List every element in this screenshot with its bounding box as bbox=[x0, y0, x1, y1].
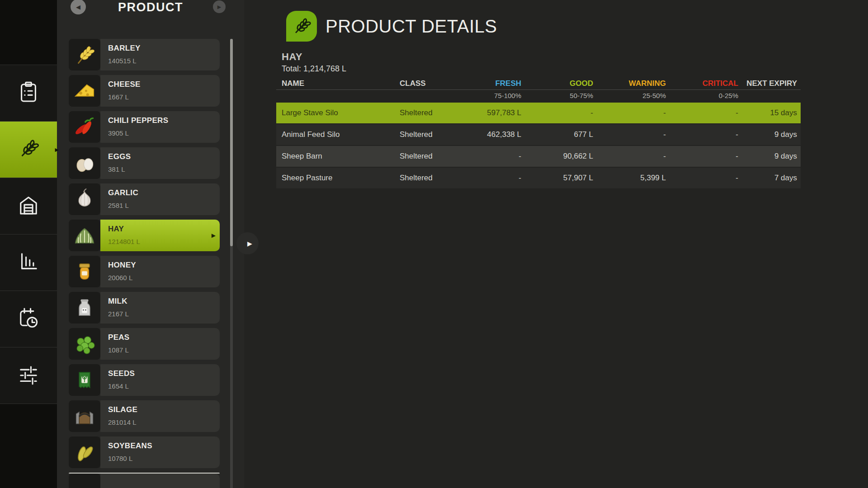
silage-icon bbox=[69, 400, 100, 432]
product-list-item-soybeans[interactable]: SOYBEANS10780 L bbox=[69, 436, 220, 468]
storage-row-animal-feed-silo[interactable]: Animal Feed SiloSheltered462,338 L677 L-… bbox=[276, 124, 801, 145]
product-amount: 10780 L bbox=[108, 455, 220, 462]
product-amount: 381 L bbox=[108, 165, 220, 173]
product-list-item-chili-peppers[interactable]: CHILI PEPPERS3905 L bbox=[69, 111, 220, 143]
cell-name: Sheep Pasture bbox=[282, 174, 400, 183]
wheat-icon bbox=[15, 136, 42, 164]
cell-name: Sheep Barn bbox=[282, 152, 400, 161]
honey-icon bbox=[69, 256, 100, 287]
column-header-class: CLASS bbox=[400, 79, 458, 88]
product-item-body: BARLEY140515 L bbox=[100, 39, 220, 70]
cell-fresh: - bbox=[458, 152, 521, 161]
product-list-scrollbar[interactable] bbox=[230, 39, 233, 488]
product-list-item-hay[interactable]: HAY1214801 L▶ bbox=[69, 220, 220, 251]
product-list-item-peas[interactable]: PEAS1087 L bbox=[69, 328, 220, 360]
product-list-item-silage[interactable]: SILAGE281014 L bbox=[69, 400, 220, 432]
right-arrow-icon: ▶ bbox=[247, 240, 252, 247]
peas-icon bbox=[69, 328, 100, 360]
product-amount: 2167 L bbox=[108, 310, 220, 318]
wheat-icon bbox=[286, 11, 317, 42]
column-subheader-fresh: 75-100% bbox=[458, 92, 521, 99]
cell-fresh: - bbox=[458, 174, 521, 183]
product-amount: 3905 L bbox=[108, 129, 220, 137]
sliders-icon bbox=[15, 361, 42, 389]
cell-name: Large Stave Silo bbox=[282, 108, 400, 117]
product-item-body: EGGS381 L bbox=[100, 147, 220, 179]
product-name: CHEESE bbox=[108, 80, 220, 89]
product-name: CHILI PEPPERS bbox=[108, 116, 220, 125]
storage-row-large-stave-silo[interactable]: Large Stave SiloSheltered597,783 L---15 … bbox=[276, 103, 801, 123]
storage-table: NAMECLASSFRESHGOODWARNINGCRITICALNEXT EX… bbox=[276, 78, 801, 189]
cheese-icon bbox=[69, 75, 100, 107]
product-name: PEAS bbox=[108, 333, 220, 342]
product-amount: 1087 L bbox=[108, 346, 220, 354]
cell-warning: - bbox=[593, 130, 666, 139]
product-list: BARLEY140515 LCHEESE1667 LCHILI PEPPERS3… bbox=[69, 39, 220, 488]
product-list-item-honey[interactable]: HONEY20060 L bbox=[69, 256, 220, 287]
product-list-item-cheese[interactable]: CHEESE1667 L bbox=[69, 75, 220, 107]
product-item-body: HONEY20060 L bbox=[100, 256, 220, 287]
nav-tab-clipboard-list[interactable] bbox=[0, 65, 57, 122]
product-list-item-milk[interactable]: MILK2167 L bbox=[69, 292, 220, 324]
product-list-item[interactable] bbox=[69, 473, 220, 488]
product-name: SOYBEANS bbox=[108, 441, 220, 450]
product-list-panel: ◀ PRODUCT ▶ BARLEY140515 LCHEESE1667 LCH… bbox=[57, 0, 244, 488]
column-subheader-critical: 0-25% bbox=[666, 92, 738, 99]
product-next-button[interactable]: ▶ bbox=[213, 0, 226, 13]
cell-fresh: 597,783 L bbox=[458, 108, 521, 117]
page-title: PRODUCT DETAILS bbox=[326, 16, 497, 37]
nav-rail-spacer bbox=[0, 0, 57, 65]
product-name: SEEDS bbox=[108, 369, 220, 378]
scrollbar-thumb[interactable] bbox=[230, 39, 233, 246]
storage-row-sheep-pasture[interactable]: Sheep PastureSheltered-57,907 L5,399 L-7… bbox=[276, 168, 801, 188]
column-header-warning: WARNING bbox=[593, 79, 666, 88]
product-list-item-barley[interactable]: BARLEY140515 L bbox=[69, 39, 220, 70]
product-name: HAY bbox=[108, 225, 220, 234]
product-name: MILK bbox=[108, 297, 220, 306]
product-item-body: PEAS1087 L bbox=[100, 328, 220, 360]
product-item-body: CHILI PEPPERS3905 L bbox=[100, 111, 220, 143]
product-amount: 1667 L bbox=[108, 93, 220, 101]
cell-fresh: 462,338 L bbox=[458, 130, 521, 139]
panel-expand-button[interactable]: ▶ bbox=[236, 232, 259, 254]
hidden bbox=[69, 474, 100, 488]
selected-tab-marker-icon: ▶ bbox=[55, 147, 59, 153]
cell-warning: - bbox=[593, 108, 666, 117]
cell-good: - bbox=[521, 108, 593, 117]
product-amount: 2581 L bbox=[108, 202, 220, 209]
column-subheader-good: 50-75% bbox=[521, 92, 593, 99]
column-header-name: NAME bbox=[282, 79, 400, 88]
cell-expiry: 9 days bbox=[738, 130, 797, 139]
cell-expiry: 7 days bbox=[738, 174, 797, 183]
cell-expiry: 9 days bbox=[738, 152, 797, 161]
product-amount: 1214801 L bbox=[108, 238, 220, 245]
product-item-body bbox=[100, 474, 220, 488]
product-list-item-garlic[interactable]: GARLIC2581 L bbox=[69, 183, 220, 215]
milk-icon bbox=[69, 292, 100, 324]
column-header-fresh: FRESH bbox=[458, 79, 521, 88]
product-item-body: HAY1214801 L bbox=[100, 220, 220, 251]
cell-warning: - bbox=[593, 152, 666, 161]
bar-chart-icon bbox=[15, 249, 42, 277]
nav-tab-wheat[interactable]: ▶ bbox=[0, 122, 57, 178]
cell-class: Sheltered bbox=[400, 152, 458, 161]
cell-critical: - bbox=[666, 108, 738, 117]
table-header-row: NAMECLASSFRESHGOODWARNINGCRITICALNEXT EX… bbox=[276, 78, 801, 90]
product-list-item-eggs[interactable]: EGGS381 L bbox=[69, 147, 220, 179]
nav-tab-sliders[interactable] bbox=[0, 347, 57, 404]
cell-warning: 5,399 L bbox=[593, 174, 666, 183]
cell-class: Sheltered bbox=[400, 174, 458, 183]
cell-good: 57,907 L bbox=[521, 174, 593, 183]
column-header-good: GOOD bbox=[521, 79, 593, 88]
product-list-item-seeds[interactable]: SEEDS1654 L bbox=[69, 364, 220, 396]
nav-tab-barn[interactable] bbox=[0, 178, 57, 235]
selected-product-name: HAY bbox=[282, 51, 302, 63]
soybeans-icon bbox=[69, 436, 100, 468]
product-total: Total: 1,214,768 L bbox=[282, 64, 346, 74]
barley-icon bbox=[69, 39, 100, 70]
product-item-body: MILK2167 L bbox=[100, 292, 220, 324]
storage-row-sheep-barn[interactable]: Sheep BarnSheltered-90,662 L--9 days bbox=[276, 146, 801, 167]
product-name: EGGS bbox=[108, 152, 220, 161]
nav-tab-bar-chart[interactable] bbox=[0, 235, 57, 291]
nav-tab-calendar-clock[interactable] bbox=[0, 291, 57, 347]
